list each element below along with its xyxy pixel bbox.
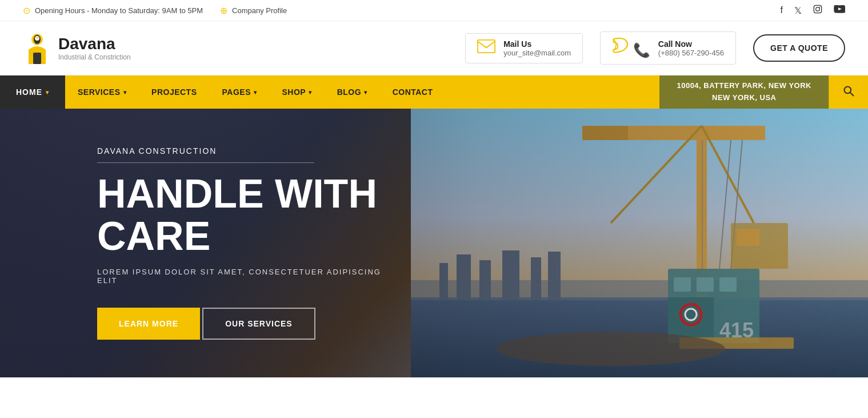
hero-description: LOREM IPSUM DOLOR SIT AMET, CONSECTETUER…: [97, 268, 400, 285]
instagram-icon[interactable]: [813, 5, 822, 16]
phone-info: Call Now (+880) 567-290-456: [658, 39, 724, 57]
nav-home-label: HOME: [16, 87, 42, 97]
learn-more-button[interactable]: LEARN MORE: [97, 308, 200, 340]
svg-point-2: [819, 7, 821, 8]
pages-chevron-icon: ▾: [254, 89, 257, 95]
company-profile-item[interactable]: ⊕ Company Profile: [220, 5, 287, 16]
search-icon: [843, 85, 854, 99]
twitter-icon[interactable]: 𝕏: [794, 5, 802, 16]
nav-item-pages[interactable]: PAGES ▾: [210, 75, 270, 109]
header: Davana Industrial & Constriction Mail Us…: [0, 21, 868, 75]
mail-info: Mail Us your_site@mail.com: [503, 39, 571, 57]
youtube-icon[interactable]: [834, 5, 845, 15]
home-chevron-icon: ▾: [46, 89, 49, 95]
nav-item-projects[interactable]: PROJECTS: [139, 75, 209, 109]
nav-pages-label: PAGES: [222, 87, 251, 97]
hero-title: HANDLE WITH CARE: [97, 173, 400, 257]
nav-blog-label: BLOG: [337, 87, 361, 97]
logo-name: Davana: [58, 35, 131, 53]
svg-line-10: [850, 92, 853, 95]
nav-services-label: SERVICES: [78, 87, 121, 97]
hero-subtitle: DAVANA CONSTRUCTION: [97, 146, 400, 156]
svg-rect-8: [478, 40, 495, 53]
hero-divider: [97, 162, 314, 163]
opening-hours-item: ⊙ Opening Hours - Monday to Saturday: 9A…: [23, 5, 203, 16]
svg-point-1: [816, 7, 820, 11]
nav-home-item[interactable]: HOME ▾: [0, 75, 65, 109]
top-bar-social: f 𝕏: [781, 5, 845, 16]
clock-icon: ⊙: [23, 5, 30, 16]
mail-label: Mail Us: [503, 39, 571, 49]
nav-item-shop[interactable]: SHOP ▾: [270, 75, 325, 109]
company-profile-text: Company Profile: [232, 6, 287, 15]
hero-buttons: LEARN MORE OUR SERVICES: [97, 308, 400, 340]
phone-label: Call Now: [658, 39, 724, 49]
nav-projects-label: PROJECTS: [151, 87, 197, 97]
phone-block: 📞 Call Now (+880) 567-290-456: [600, 31, 736, 65]
svg-rect-0: [814, 5, 821, 13]
hero-content: DAVANA CONSTRUCTION HANDLE WITH CARE LOR…: [0, 146, 400, 340]
header-contacts: Mail Us your_site@mail.com 📞 Call Now (+…: [465, 31, 845, 65]
top-bar-left: ⊙ Opening Hours - Monday to Saturday: 9A…: [23, 5, 287, 16]
nav-search-button[interactable]: [829, 75, 868, 109]
shop-chevron-icon: ▾: [309, 89, 312, 95]
opening-hours-text: Opening Hours - Monday to Saturday: 9AM …: [35, 6, 203, 15]
nav-shop-label: SHOP: [282, 87, 306, 97]
hero-section: 415 DAVANA CONSTRUCTION HANDLE WITH CARE…: [0, 109, 868, 377]
blog-chevron-icon: ▾: [364, 89, 367, 95]
nav-address-line2: NEW YORK, USA: [677, 92, 811, 104]
logo-area: Davana Industrial & Constriction: [23, 33, 131, 64]
phone-icon: 📞: [612, 38, 650, 58]
services-chevron-icon: ▾: [123, 89, 127, 95]
get-quote-button[interactable]: GET A QUOTE: [753, 34, 845, 62]
nav-bar: HOME ▾ SERVICES ▾ PROJECTS PAGES ▾ SHOP …: [0, 75, 868, 109]
phone-value: (+880) 567-290-456: [658, 49, 724, 57]
logo-text: Davana Industrial & Constriction: [58, 35, 131, 61]
logo-tagline: Industrial & Constriction: [58, 53, 131, 61]
nav-contact-label: CONTACT: [393, 87, 433, 97]
nav-address-line1: 10004, BATTERY PARK, NEW YORK: [677, 80, 811, 92]
svg-rect-5: [33, 53, 41, 64]
nav-items-list: SERVICES ▾ PROJECTS PAGES ▾ SHOP ▾ BLOG …: [65, 75, 659, 109]
nav-item-contact[interactable]: CONTACT: [380, 75, 446, 109]
nav-address: 10004, BATTERY PARK, NEW YORK NEW YORK, …: [659, 75, 829, 109]
nav-item-services[interactable]: SERVICES ▾: [65, 75, 139, 109]
mail-icon: [477, 39, 495, 57]
mail-block: Mail Us your_site@mail.com: [465, 33, 583, 63]
top-bar: ⊙ Opening Hours - Monday to Saturday: 9A…: [0, 0, 868, 21]
facebook-icon[interactable]: f: [781, 5, 783, 15]
logo-svg: [23, 33, 51, 64]
svg-point-6: [35, 36, 39, 41]
info-icon: ⊕: [220, 5, 227, 16]
nav-item-blog[interactable]: BLOG ▾: [325, 75, 380, 109]
our-services-button[interactable]: OUR SERVICES: [202, 308, 315, 340]
mail-value: your_site@mail.com: [503, 49, 571, 57]
